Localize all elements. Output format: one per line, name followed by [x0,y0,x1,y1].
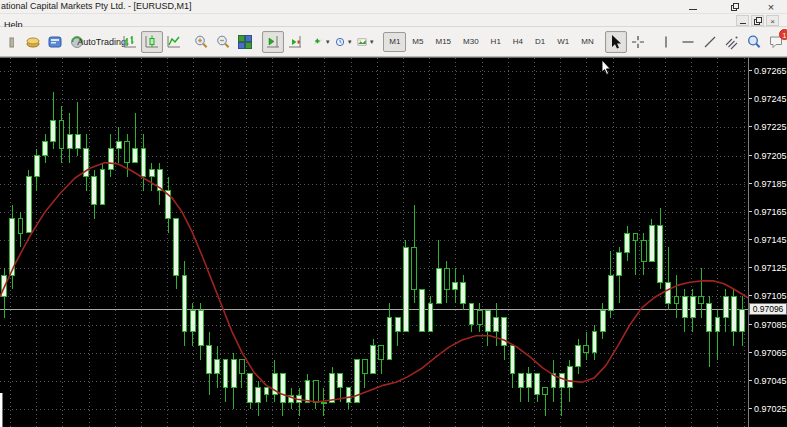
price-axis-label: 0.97065 [754,348,787,358]
vertical-line-tool-button[interactable] [655,31,677,53]
auto-scroll-icon [287,34,303,50]
dropdown-arrow-icon[interactable]: ▼ [369,39,375,45]
dropdown-arrow-icon[interactable]: ▼ [325,39,331,45]
notifications-button[interactable]: 1 [765,31,787,53]
periods-button[interactable]: ▼ [334,31,356,53]
current-price-label: 0.97096 [749,303,787,315]
indicators-button[interactable]: ▼ [312,31,334,53]
fibonacci-icon [724,34,740,50]
toolbar-separator [380,32,382,52]
toolbar: AutoTrading▼▼▼M1M5M15M30H1H4D1W1MN1 [0,27,787,57]
candlesticks [2,92,745,416]
chart-minimize-button[interactable] [736,15,749,26]
toolbar-separator [187,32,189,52]
candle-chart-icon [144,34,160,50]
line-chart-button[interactable] [163,31,185,53]
toolbar-separator [308,32,310,52]
timeframe-button-d1[interactable]: D1 [529,32,551,52]
chart-close-button[interactable]: × [766,15,779,26]
price-axis[interactable]: 0.972650.972450.972250.972050.971850.971… [748,57,787,427]
clipped-icon [8,34,14,50]
timeframe-button-mn[interactable]: MN [575,32,599,52]
crosshair-icon [630,34,646,50]
timeframe-button-m5[interactable]: M5 [406,32,429,52]
zoom-out-icon [215,34,231,50]
zoom-out-button[interactable] [212,31,234,53]
timeframe-button-m15[interactable]: M15 [429,32,457,52]
vline-icon [658,34,674,50]
horizontal-line-tool-button[interactable] [677,31,699,53]
tile-windows-icon [237,34,253,50]
toolbar-separator [258,32,260,52]
timeframe-button-h4[interactable]: H4 [507,32,529,52]
mouse-cursor [601,60,615,76]
title-bar: ational Capital Markets Pty Ltd. - [EURU… [0,0,787,14]
crosshair-tool-button[interactable] [627,31,649,53]
price-chart[interactable] [0,58,748,427]
price-axis-label: 0.97025 [754,404,787,414]
window-restore-button[interactable] [727,1,743,13]
zoom-in-button[interactable] [190,31,212,53]
fibonacci-tool-button[interactable] [721,31,743,53]
price-axis-label: 0.97265 [754,66,787,76]
notification-badge: 1 [779,29,787,40]
bar-chart-button[interactable] [119,31,141,53]
window-title: ational Capital Markets Pty Ltd. - [EURU… [1,1,192,11]
clipped-left-icon[interactable] [0,31,22,53]
chart-shift-icon [265,34,281,50]
new-order-button[interactable] [22,31,44,53]
dropdown-arrow-icon[interactable]: ▼ [347,39,353,45]
timeframe-button-h1[interactable]: H1 [485,32,507,52]
metaeditor-button[interactable] [44,31,66,53]
periods-icon [335,34,345,50]
auto-scroll-button[interactable] [284,31,306,53]
data-window-button[interactable] [743,31,765,53]
autotrading-button[interactable]: AutoTrading [88,31,113,53]
price-axis-label: 0.97165 [754,207,787,217]
background-window-edge [0,393,3,427]
chart-shift-button[interactable] [262,31,284,53]
price-axis-label: 0.97125 [754,263,787,273]
timeframe-button-m30[interactable]: M30 [457,32,485,52]
price-axis-label: 0.97105 [754,291,787,301]
toolbar-separator [651,32,653,52]
magnifier-icon [746,34,762,50]
tile-windows-button[interactable] [234,31,256,53]
terminal-icon [47,34,63,50]
price-axis-label: 0.97185 [754,179,787,189]
templates-icon [357,34,367,50]
candlestick-chart-button[interactable] [141,31,163,53]
templates-button[interactable]: ▼ [356,31,378,53]
indicators-icon [313,34,323,50]
price-axis-label: 0.97145 [754,235,787,245]
cursor-tool-button[interactable] [605,31,627,53]
line-chart-icon [166,34,182,50]
chart-restore-button[interactable] [751,15,764,26]
trendline-icon [702,34,718,50]
price-axis-label: 0.97205 [754,151,787,161]
bar-chart-icon [122,34,138,50]
window-minimize-button[interactable] [685,1,701,13]
hline-icon [680,34,696,50]
chart-area[interactable] [0,57,748,427]
window-close-button[interactable]: × [763,1,779,13]
price-axis-label: 0.97245 [754,94,787,104]
price-axis-label: 0.97225 [754,122,787,132]
price-axis-label: 0.97085 [754,320,787,330]
trendline-tool-button[interactable] [699,31,721,53]
menu-bar: Help × [0,14,787,27]
mt4-window: ational Capital Markets Pty Ltd. - [EURU… [0,0,787,427]
timeframe-button-m1[interactable]: M1 [383,32,406,52]
cursor-icon [608,34,624,50]
timeframe-button-w1[interactable]: W1 [551,32,575,52]
new-order-icon [25,34,41,50]
toolbar-separator [602,32,604,52]
zoom-in-icon [193,34,209,50]
price-axis-label: 0.97045 [754,376,787,386]
